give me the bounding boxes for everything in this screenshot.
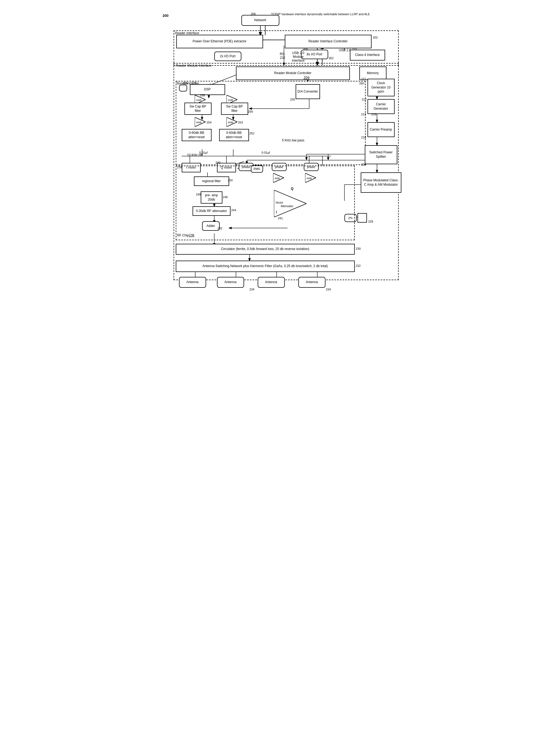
clock-gen-box: Clock Generator 10 ppm [368, 79, 395, 96]
sw-power-splitter-box: Switched Power Splitter [365, 145, 397, 164]
num-204: 204 [304, 75, 310, 79]
rf-chip-border [176, 165, 355, 240]
num-225: 225 [183, 81, 188, 85]
rf-chip-label: RF Chip [177, 233, 189, 237]
tcpip-note: TCP/IP hardware interface dynamically sw… [271, 12, 385, 16]
network-box: Network [241, 15, 280, 26]
ant-switch-box: Antenna Switching Network plus Harmonic … [176, 261, 355, 272]
amp-40db-right: 40db [227, 117, 237, 128]
carrier-preamp-box: Carrier Preamp [368, 122, 395, 137]
svg-text:20db: 20db [228, 99, 233, 101]
antenna2-box: Antenna [217, 277, 244, 288]
sw-cap-bp1-box: Sw Cap BP filter [184, 102, 212, 115]
num-220: 220 [361, 163, 366, 166]
num-258: 258 [200, 94, 205, 97]
circulator-box: Circulator (ferrite, 0.5db forward loss,… [176, 244, 355, 255]
svg-text:40db: 40db [228, 121, 233, 124]
usb-module-label: USB 2.0 Module Interface [288, 51, 309, 62]
num-234a: 234 [249, 288, 254, 291]
num-210: 210 [352, 48, 357, 51]
num-212: 212 [362, 98, 367, 101]
class4-box: Class-4 Interface [350, 50, 385, 61]
rs232-label: RS- 232 [278, 52, 288, 60]
num-236: 236 [189, 233, 194, 237]
svg-text:40db: 40db [196, 121, 202, 124]
svg-text:20db: 20db [196, 99, 202, 101]
num-202: 202 [373, 36, 378, 39]
antenna1-box: Antenna [179, 277, 206, 288]
usb20-label: USB 2.0 [339, 48, 351, 52]
num-234b: 234 [326, 288, 331, 291]
num-228: 228 [368, 220, 373, 223]
num-218-pre: 218 [361, 136, 366, 139]
poe-box: Power Over Ethernet (POE) extractor [176, 35, 263, 48]
fivekhz-label: 5 KHz low pass [282, 138, 305, 142]
num-208: 208 [303, 48, 308, 51]
antenna4-box: Antenna [298, 277, 325, 288]
num-252: 252 [249, 132, 254, 135]
bb-atten1-box: 0-60db BB atten+reset [182, 129, 212, 141]
io2x-box: 2x I/O Port [214, 52, 241, 61]
num-240: 240 [216, 161, 221, 164]
num-232: 232 [356, 264, 361, 267]
dsp-box: DSP [190, 84, 225, 95]
num-254: 254 [207, 121, 212, 124]
num-224: 224 [191, 81, 196, 85]
num-253: 253 [238, 121, 243, 124]
cap2-label: 0.01μf [262, 151, 270, 154]
num-226: 226 [290, 98, 295, 101]
ric-box: Reader Interface Controller [285, 35, 372, 48]
phase-mod-box: Phase Modulated Class-C Amp & AM Modulat… [361, 173, 401, 193]
num-222: 222 [361, 77, 366, 81]
carrier-gen-box: Carrier Generator [368, 99, 395, 114]
amp-40db-left: 40db [195, 117, 206, 128]
num-256: 256 [248, 110, 253, 113]
ref-200: 200 [163, 14, 169, 18]
bb-atten2-box: 0-60db BB atten+reset [219, 129, 249, 141]
num-214: 214 [361, 113, 366, 116]
feedback-box [179, 85, 187, 91]
antenna3-box: Antenna [258, 277, 285, 288]
da-converter-box: D/A Converter [296, 84, 320, 99]
rmc-box: Reader Module Controller [236, 67, 350, 80]
sw-cap-bp2-box: Sw Cap BP filter [221, 102, 248, 115]
num-216: 216 [372, 113, 377, 116]
num-260: 260 [360, 82, 364, 85]
splitter-small-box [358, 213, 367, 223]
num-230: 230 [356, 247, 361, 250]
cap1-label: 0.01μf [199, 151, 208, 154]
diagram: 200 TCP/IP hardware interface dynamicall… [155, 5, 399, 331]
num-262: 262 [329, 57, 334, 60]
